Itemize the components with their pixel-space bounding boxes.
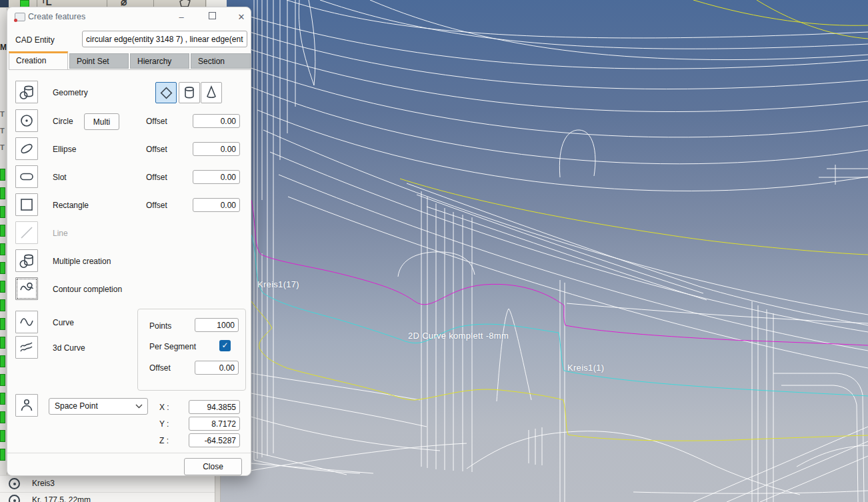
left-panel-text-fragment: M: [0, 43, 7, 52]
list-item[interactable]: Kreis3: [0, 476, 220, 493]
slot-label: Slot: [53, 173, 67, 182]
chevron-down-icon: [135, 404, 143, 409]
ellipse-label: Ellipse: [53, 145, 76, 154]
y-label: Y :: [159, 419, 169, 429]
point-type-value: Space Point: [55, 401, 98, 411]
ellipse-offset-label: Offset: [146, 145, 167, 154]
space-point-tool-button[interactable]: [15, 394, 38, 417]
list-item[interactable]: Kr. 177.5, 22mm: [0, 493, 220, 502]
slot-icon: [17, 167, 36, 186]
geometry-label: Geometry: [53, 88, 88, 97]
rectangle-icon: [17, 195, 36, 214]
feature-label-kreis1-17: Kreis1(17): [257, 279, 299, 289]
3d-viewport[interactable]: [220, 0, 868, 502]
rectangle-offset-label: Offset: [146, 201, 167, 210]
line-label: Line: [53, 229, 68, 238]
curve3d-tool-button[interactable]: [15, 336, 38, 359]
cone-icon: [202, 83, 221, 102]
x-label: X :: [159, 403, 169, 412]
line-icon: [17, 223, 36, 242]
curve-label: Curve: [53, 318, 74, 327]
feature-list-panel: Kreis3 Kr. 177.5, 22mm: [0, 475, 221, 502]
close-button[interactable]: Close: [184, 458, 242, 475]
feature-label-kreis1-1: Kreis1(1): [567, 363, 604, 373]
dialog-title: Create features: [28, 12, 85, 21]
points-input[interactable]: [195, 318, 239, 332]
slot-tool-button[interactable]: [15, 165, 38, 188]
group-offset-label: Offset: [149, 363, 171, 373]
per-segment-label: Per Segment: [149, 342, 196, 351]
circle-icon: [17, 111, 36, 130]
cad-entity-input[interactable]: [82, 31, 247, 47]
close-icon[interactable]: ✕: [234, 11, 249, 23]
rectangle-label: Rectangle: [53, 201, 89, 210]
contour-completion-label: Contour completion: [53, 285, 122, 294]
curve3d-icon: [17, 338, 36, 357]
point-type-dropdown[interactable]: Space Point: [49, 398, 148, 415]
z-label: Z :: [159, 436, 169, 445]
dialog-icon: [15, 13, 25, 21]
feature-label-2d-curve: 2D Curve komplett -8mm: [408, 331, 509, 341]
multiple-creation-tool-button[interactable]: [15, 249, 38, 272]
y-input[interactable]: [189, 417, 240, 431]
circle-feature-icon: [9, 478, 20, 489]
diamond-icon: [157, 83, 175, 102]
left-panel-icon-fragment: T: [0, 110, 5, 118]
curve3d-label: 3d Curve: [53, 343, 85, 353]
x-input[interactable]: [189, 400, 240, 414]
tab-creation[interactable]: Creation: [9, 51, 68, 69]
cylinder-icon: [180, 83, 199, 102]
window-corner-fragment: [0, 0, 9, 7]
contour-completion-icon: [17, 279, 36, 298]
curve-icon: [17, 313, 36, 331]
tab-section[interactable]: Section: [191, 53, 251, 69]
circle-label: Circle: [53, 117, 73, 126]
circle-offset-label: Offset: [146, 117, 167, 126]
line-tool-button[interactable]: [15, 221, 38, 244]
curve-parameters-group: Points Per Segment ✓ Offset: [137, 309, 246, 391]
dialog-footer-divider: [7, 453, 251, 453]
ellipse-tool-button[interactable]: [15, 137, 38, 160]
slot-offset-input[interactable]: [193, 170, 240, 184]
z-input[interactable]: [189, 433, 240, 447]
geometry-tool-button[interactable]: [15, 81, 38, 103]
toggle-cylinder[interactable]: [179, 82, 200, 103]
ellipse-icon: [17, 139, 36, 158]
circle-feature-icon: [9, 495, 20, 502]
maximize-button[interactable]: [205, 10, 219, 22]
per-segment-checkbox[interactable]: ✓: [219, 340, 231, 351]
rectangle-tool-button[interactable]: [15, 193, 38, 216]
slot-offset-label: Offset: [146, 173, 167, 182]
tab-hierarchy[interactable]: Hierarchy: [130, 53, 189, 69]
left-panel-icon-fragment: T: [0, 127, 5, 135]
tab-point-set[interactable]: Point Set: [69, 53, 129, 69]
geometry-toggle-group: [155, 82, 229, 103]
curve-tool-button[interactable]: [15, 311, 38, 333]
list-item-label: Kreis3: [32, 479, 55, 488]
contour-completion-tool-button[interactable]: [15, 277, 38, 300]
left-panel-green-indicators: [0, 169, 5, 461]
panel-divider: [215, 475, 220, 502]
ellipse-offset-input[interactable]: [193, 142, 240, 156]
toggle-plane-diamond[interactable]: [155, 82, 177, 103]
group-offset-input[interactable]: [195, 361, 239, 375]
multiple-creation-label: Multiple creation: [53, 257, 111, 266]
multi-button[interactable]: Multi: [84, 113, 119, 130]
cad-entity-label: CAD Entity: [15, 35, 55, 45]
tab-bar: Creation Point Set Hierarchy Section: [9, 51, 251, 70]
circle-tool-button[interactable]: [15, 109, 38, 132]
toggle-cone[interactable]: [201, 82, 222, 103]
circle-offset-input[interactable]: [193, 114, 240, 128]
list-item-label: Kr. 177.5, 22mm: [32, 495, 91, 502]
app-screen: Kreis1(17) 2D Curve komplett -8mm Kreis1…: [0, 0, 868, 502]
multiple-creation-icon: [17, 251, 36, 270]
point-person-icon: [17, 396, 36, 415]
geometry-icon: [17, 83, 36, 101]
rectangle-offset-input[interactable]: [193, 198, 240, 212]
left-panel-icon-fragment: T: [0, 143, 5, 151]
points-label: Points: [149, 321, 171, 331]
create-features-dialog: Create features – ✕ CAD Entity Creation …: [7, 7, 251, 476]
minimize-button[interactable]: –: [174, 11, 189, 23]
